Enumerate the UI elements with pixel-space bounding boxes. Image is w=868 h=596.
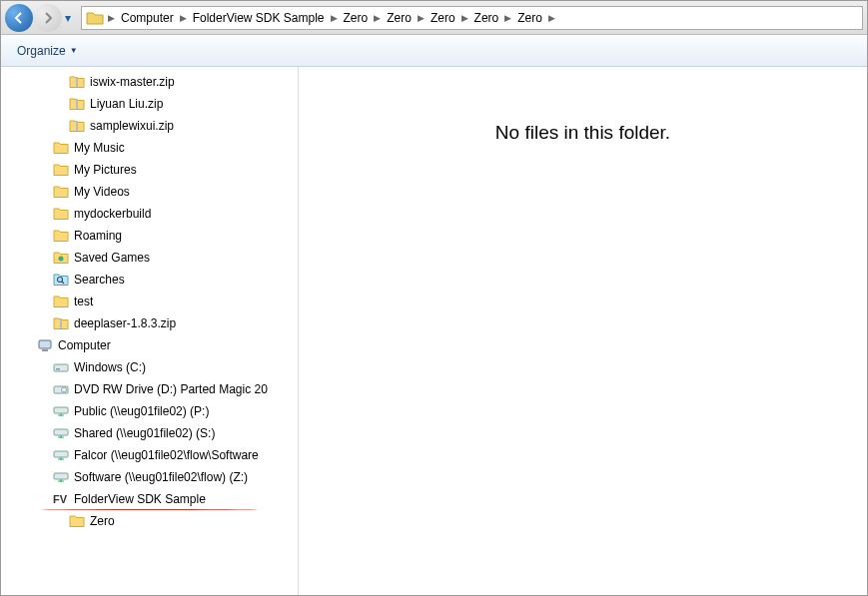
tree-item-label: Falcor (\\eug01file02\flow\Software — [74, 448, 259, 462]
folder-icon — [53, 206, 69, 222]
netdrive-icon — [53, 447, 69, 463]
svg-rect-2 — [76, 121, 78, 131]
chevron-right-icon[interactable]: ▶ — [546, 13, 557, 23]
breadcrumb-segment[interactable]: Zero — [340, 7, 373, 29]
tree-item-label: Computer — [58, 338, 111, 352]
folder-icon — [53, 162, 69, 178]
svg-point-12 — [62, 387, 67, 392]
tree-item[interactable]: Zero — [1, 510, 298, 532]
folder-tree-sidebar[interactable]: iswix-master.zipLiyuan Liu.zipsamplewixu… — [1, 67, 299, 595]
tree-item[interactable]: Computer — [1, 334, 298, 356]
breadcrumb-segment[interactable]: Zero — [470, 7, 503, 29]
tree-item-label: Windows (C:) — [74, 360, 146, 374]
tree-item[interactable]: My Music — [1, 137, 298, 159]
tree-item-label: Shared (\\eug01file02) (S:) — [74, 426, 215, 440]
file-list-pane: No files in this folder. — [299, 67, 867, 595]
breadcrumb-segment[interactable]: Computer — [117, 7, 178, 29]
tree-item[interactable]: FVFolderView SDK Sample — [1, 488, 298, 510]
svg-point-3 — [59, 257, 64, 262]
disc-icon — [53, 381, 69, 397]
breadcrumb-segment[interactable]: FolderView SDK Sample — [189, 7, 329, 29]
organize-label: Organize — [17, 44, 66, 58]
tree-item[interactable]: Roaming — [1, 225, 298, 247]
chevron-right-icon[interactable]: ▶ — [502, 13, 513, 23]
tree-item-label: iswix-master.zip — [90, 75, 175, 89]
svg-rect-0 — [76, 77, 78, 87]
tree-item-label: My Pictures — [74, 163, 137, 177]
netdrive-icon — [53, 425, 69, 441]
tree-item[interactable]: DVD RW Drive (D:) Parted Magic 20 — [1, 378, 298, 400]
forward-button[interactable] — [34, 4, 62, 32]
tree-item[interactable]: test — [1, 291, 298, 312]
chevron-right-icon[interactable]: ▶ — [178, 13, 189, 23]
tree-item[interactable]: Liyuan Liu.zip — [1, 93, 298, 115]
tree-item-label: My Music — [74, 141, 125, 155]
fv-icon: FV — [53, 491, 69, 507]
svg-rect-1 — [76, 99, 78, 109]
chevron-down-icon: ▼ — [70, 46, 78, 55]
navigation-bar: ▾ ▶ Computer▶FolderView SDK Sample▶Zero▶… — [1, 1, 867, 35]
tree-item-label: Public (\\eug01file02) (P:) — [74, 404, 209, 418]
folder-icon — [69, 513, 85, 529]
content-area: iswix-master.zipLiyuan Liu.zipsamplewixu… — [1, 67, 867, 595]
tree-item-label: Searches — [74, 273, 125, 287]
folder-icon — [53, 184, 69, 200]
breadcrumb-segment[interactable]: Zero — [383, 7, 416, 29]
zip-icon — [53, 315, 69, 331]
tree-item[interactable]: mydockerbuild — [1, 203, 298, 225]
tree-item-label: DVD RW Drive (D:) Parted Magic 20 — [74, 382, 268, 396]
folder-icon — [86, 9, 104, 27]
zip-icon — [69, 96, 85, 112]
svg-text:FV: FV — [53, 493, 68, 505]
folder-icon — [53, 294, 69, 309]
tree-item[interactable]: Searches — [1, 269, 298, 291]
tree-item-label: samplewixui.zip — [90, 119, 174, 133]
tree-item-label: Software (\\eug01file02\flow) (Z:) — [74, 470, 248, 484]
tree-item[interactable]: My Pictures — [1, 159, 298, 181]
tree-item[interactable]: Public (\\eug01file02) (P:) — [1, 400, 298, 422]
svg-rect-8 — [42, 349, 48, 351]
svg-rect-9 — [54, 364, 68, 371]
breadcrumb-segment[interactable]: Zero — [513, 7, 546, 29]
zip-icon — [69, 118, 85, 134]
tree-item[interactable]: Saved Games — [1, 247, 298, 269]
chevron-right-icon[interactable]: ▶ — [459, 13, 470, 23]
tree-item-label: mydockerbuild — [74, 207, 151, 221]
tree-item[interactable]: Software (\\eug01file02\flow) (Z:) — [1, 466, 298, 488]
tree-item-label: Saved Games — [74, 251, 150, 265]
breadcrumb-segment[interactable]: Zero — [427, 7, 459, 29]
chevron-right-icon[interactable]: ▶ — [329, 13, 340, 23]
folder-icon — [53, 140, 69, 156]
tree-item[interactable]: deeplaser-1.8.3.zip — [1, 312, 298, 334]
svg-rect-6 — [60, 318, 62, 328]
svg-rect-16 — [54, 473, 68, 479]
tree-item-label: test — [74, 295, 93, 308]
folder-icon — [53, 228, 69, 244]
tree-item[interactable]: samplewixui.zip — [1, 115, 298, 137]
back-button[interactable] — [5, 4, 33, 32]
computer-icon — [37, 337, 53, 353]
tree-item-label: deeplaser-1.8.3.zip — [74, 316, 176, 330]
tree-item[interactable]: Shared (\\eug01file02) (S:) — [1, 422, 298, 444]
tree-item[interactable]: My Videos — [1, 181, 298, 203]
chevron-right-icon[interactable]: ▶ — [372, 13, 383, 23]
tree-item-label: Liyuan Liu.zip — [90, 97, 163, 111]
empty-folder-message: No files in this folder. — [495, 122, 670, 595]
zip-icon — [69, 74, 85, 90]
tree-item[interactable]: Falcor (\\eug01file02\flow\Software — [1, 444, 298, 466]
tree-item[interactable]: iswix-master.zip — [1, 71, 298, 93]
tree-item-label: Zero — [90, 514, 115, 528]
svg-rect-10 — [56, 368, 60, 370]
tree-item[interactable]: Windows (C:) — [1, 356, 298, 378]
chevron-right-icon[interactable]: ▶ — [106, 13, 117, 23]
tree-item-label: FolderView SDK Sample — [74, 492, 206, 506]
svg-rect-15 — [54, 451, 68, 457]
address-bar[interactable]: ▶ Computer▶FolderView SDK Sample▶Zero▶Ze… — [81, 6, 863, 30]
svg-rect-7 — [39, 340, 51, 348]
organize-button[interactable]: Organize ▼ — [11, 40, 84, 62]
search-folder-icon — [53, 272, 69, 288]
toolbar: Organize ▼ — [1, 35, 867, 67]
netdrive-icon — [53, 403, 69, 419]
history-dropdown[interactable]: ▾ — [65, 11, 77, 25]
chevron-right-icon[interactable]: ▶ — [416, 13, 427, 23]
